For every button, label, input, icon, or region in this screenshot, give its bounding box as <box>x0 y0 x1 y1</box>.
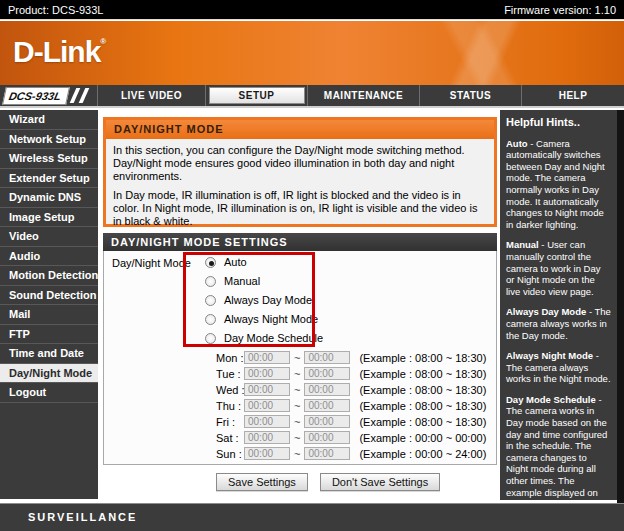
schedule-day-label: Sun : <box>216 448 244 460</box>
time-from-input[interactable] <box>244 399 290 412</box>
time-to-input[interactable] <box>304 383 350 396</box>
sidebar-item-sound-detection[interactable]: Sound Detection <box>0 286 98 306</box>
sidebar-item-wireless-setup[interactable]: Wireless Setup <box>0 149 98 169</box>
radio-icon <box>205 276 216 287</box>
time-to-input[interactable] <box>304 415 350 428</box>
description-paragraph: In Day mode, IR illumination is off, IR … <box>113 189 487 228</box>
schedule-example: (Example : 00:00 ~ 24:00) <box>359 448 486 460</box>
section-title: DAY/NIGHT MODE <box>106 120 494 139</box>
schedule-example: (Example : 00:00 ~ 00:00) <box>359 432 486 444</box>
schedule-example: (Example : 08:00 ~ 18:30) <box>359 416 486 428</box>
tilde-separator: ~ <box>294 448 300 460</box>
titlebar: Product: DCS-933L Firmware version: 1.10 <box>0 0 624 20</box>
tab-live-video[interactable]: LIVE VIDEO <box>98 85 205 106</box>
schedule-day-label: Sat : <box>216 432 244 444</box>
dlink-logo: D-Link® <box>13 35 106 69</box>
schedule-table: Mon : ~ (Example : 08:00 ~ 18:30) Tue : … <box>216 350 486 462</box>
mode-radio-group: Auto Manual Always Day Mode Always Night… <box>205 256 323 351</box>
schedule-day-label: Tue : <box>216 368 244 380</box>
tilde-separator: ~ <box>294 400 300 412</box>
radio-label: Always Night Mode <box>224 313 318 325</box>
slash-decoration <box>79 88 90 103</box>
radio-selected-icon <box>205 257 216 268</box>
schedule-example: (Example : 08:00 ~ 18:30) <box>359 400 486 412</box>
main-nav: DCS-933L LIVE VIDEO SETUP MAINTENANCE ST… <box>0 85 624 108</box>
time-to-input[interactable] <box>304 367 350 380</box>
radio-label: Manual <box>224 275 260 287</box>
save-settings-button[interactable]: Save Settings <box>216 473 308 491</box>
schedule-example: (Example : 08:00 ~ 18:30) <box>359 368 486 380</box>
sidebar-item-day-night-mode[interactable]: Day/Night Mode <box>0 364 98 384</box>
sidebar-item-logout[interactable]: Logout <box>0 383 98 403</box>
tilde-separator: ~ <box>294 432 300 444</box>
sidebar-item-wizard[interactable]: Wizard <box>0 110 98 130</box>
schedule-day-label: Thu : <box>216 400 244 412</box>
sidebar-item-motion-detection[interactable]: Motion Detection <box>0 266 98 286</box>
radio-option-auto[interactable]: Auto <box>205 256 323 268</box>
tab-status[interactable]: STATUS <box>419 85 521 106</box>
daynight-mode-section: DAY/NIGHT MODE In this section, you can … <box>103 117 497 227</box>
firmware-label: Firmware version: 1.10 <box>504 4 616 16</box>
hint-manual: Manual - User can manually control the c… <box>506 239 611 297</box>
registered-mark-icon: ® <box>100 37 106 46</box>
hint-always-day-mode: Always Day Mode - The camera always work… <box>506 306 611 341</box>
footer: SURVEILLANCE <box>0 503 624 531</box>
time-to-input[interactable] <box>304 399 350 412</box>
sidebar-item-image-setup[interactable]: Image Setup <box>0 208 98 228</box>
hint-day-mode-schedule: Day Mode Schedule - The camera works in … <box>506 394 611 500</box>
daynight-mode-field-label: Day/Night Mode <box>112 257 191 269</box>
sidebar-item-audio[interactable]: Audio <box>0 247 98 267</box>
sidebar-item-time-and-date[interactable]: Time and Date <box>0 344 98 364</box>
schedule-example: (Example : 08:00 ~ 18:30) <box>359 352 486 364</box>
tilde-separator: ~ <box>294 416 300 428</box>
surveillance-logo: SURVEILLANCE <box>28 511 137 522</box>
radio-option-manual[interactable]: Manual <box>205 275 323 287</box>
schedule-row-wed: Wed : ~ (Example : 08:00 ~ 18:30) <box>216 382 486 397</box>
time-from-input[interactable] <box>244 415 290 428</box>
hints-title: Helpful Hints.. <box>506 117 611 129</box>
sidebar-item-extender-setup[interactable]: Extender Setup <box>0 169 98 189</box>
sidebar-item-mail[interactable]: Mail <box>0 305 98 325</box>
radio-option-always-night-mode[interactable]: Always Night Mode <box>205 313 323 325</box>
helpful-hints-panel: Helpful Hints.. Auto - Camera automatica… <box>500 110 617 500</box>
schedule-example: (Example : 08:00 ~ 18:30) <box>359 384 486 396</box>
radio-option-day-mode-schedule[interactable]: Day Mode Schedule <box>205 332 323 344</box>
schedule-day-label: Fri : <box>216 416 244 428</box>
description-paragraph: In this section, you can configure the D… <box>113 144 487 183</box>
sidebar-item-video[interactable]: Video <box>0 227 98 247</box>
daynight-settings-section: DAY/NIGHT MODE SETTINGS Day/Night Mode A… <box>103 233 497 465</box>
page-edge-strip <box>617 110 624 503</box>
radio-label: Auto <box>224 256 247 268</box>
radio-label: Day Mode Schedule <box>224 332 323 344</box>
tab-maintenance[interactable]: MAINTENANCE <box>307 85 419 106</box>
radio-option-always-day-mode[interactable]: Always Day Mode <box>205 294 323 306</box>
sidebar-item-ftp[interactable]: FTP <box>0 325 98 345</box>
time-from-input[interactable] <box>244 351 290 364</box>
dont-save-settings-button[interactable]: Don't Save Settings <box>320 473 440 491</box>
sidebar-item-dynamic-dns[interactable]: Dynamic DNS <box>0 188 98 208</box>
tilde-separator: ~ <box>294 352 300 364</box>
time-to-input[interactable] <box>304 431 350 444</box>
tilde-separator: ~ <box>294 384 300 396</box>
sidebar-item-network-setup[interactable]: Network Setup <box>0 130 98 150</box>
main-content: DAY/NIGHT MODE In this section, you can … <box>103 110 497 503</box>
sidebar: Wizard Network Setup Wireless Setup Exte… <box>0 110 98 499</box>
schedule-row-sun: Sun : ~ (Example : 00:00 ~ 24:00) <box>216 446 486 461</box>
schedule-row-thu: Thu : ~ (Example : 08:00 ~ 18:30) <box>216 398 486 413</box>
tab-help[interactable]: HELP <box>521 85 624 106</box>
tab-setup[interactable]: SETUP <box>205 85 307 106</box>
schedule-row-fri: Fri : ~ (Example : 08:00 ~ 18:30) <box>216 414 486 429</box>
time-from-input[interactable] <box>244 383 290 396</box>
hint-always-night-mode: Always Night Mode - The camera always wo… <box>506 350 611 385</box>
hint-auto: Auto - Camera automatically switches bet… <box>506 138 611 231</box>
schedule-day-label: Wed : <box>216 384 244 396</box>
time-from-input[interactable] <box>244 447 290 460</box>
schedule-day-label: Mon : <box>216 352 244 364</box>
time-to-input[interactable] <box>304 351 350 364</box>
time-to-input[interactable] <box>304 447 350 460</box>
time-from-input[interactable] <box>244 431 290 444</box>
time-from-input[interactable] <box>244 367 290 380</box>
radio-icon <box>205 314 216 325</box>
radio-icon <box>205 333 216 344</box>
section-title: DAY/NIGHT MODE SETTINGS <box>103 233 497 251</box>
